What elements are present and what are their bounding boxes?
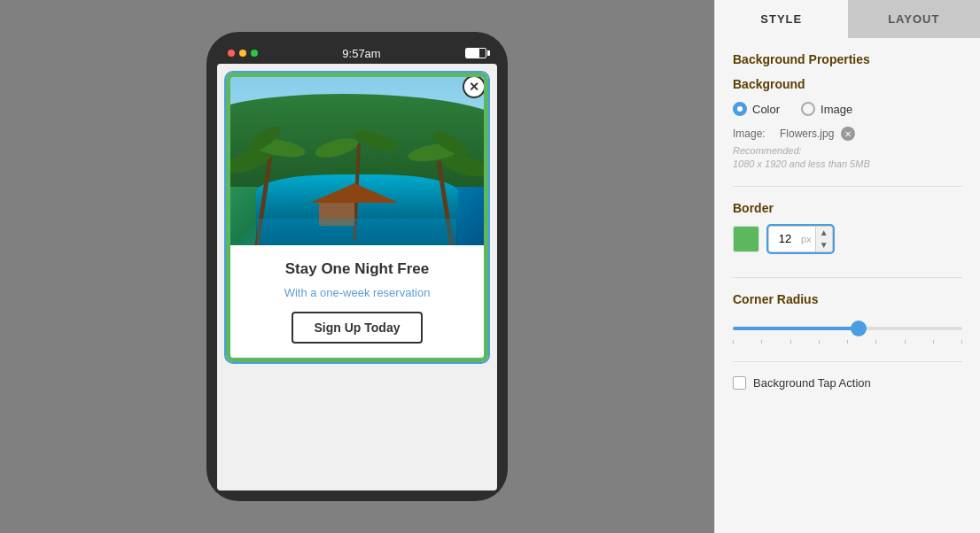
divider-1 xyxy=(733,186,962,187)
background-type-row: Color Image xyxy=(733,102,962,116)
tab-header: STYLE LAYOUT xyxy=(715,0,980,38)
slider-ticks xyxy=(733,340,962,344)
popup-content: Stay One Night Free With a one-week rese… xyxy=(230,245,484,358)
phone-battery-fill xyxy=(466,49,479,58)
background-tap-checkbox[interactable] xyxy=(733,376,746,390)
tick-7 xyxy=(905,340,906,344)
phone-dot-yellow xyxy=(239,50,246,57)
tick-9 xyxy=(961,340,962,344)
popup-cta-button[interactable]: Sign Up Today xyxy=(292,312,424,344)
tick-2 xyxy=(761,340,762,344)
tick-3 xyxy=(790,340,791,344)
phone-time: 9:57am xyxy=(342,47,380,60)
radio-color-label: Color xyxy=(752,103,780,116)
popup-subtitle: With a one-week reservation xyxy=(241,286,473,299)
phone-screen: ✕ xyxy=(217,64,497,491)
corner-radius-slider-container xyxy=(733,317,962,347)
phone-dots xyxy=(228,50,258,57)
palm-trees-svg xyxy=(230,77,484,245)
corner-radius-section-title: Corner Radius xyxy=(733,292,962,306)
phone-mockup: 9:57am ✕ xyxy=(206,32,508,501)
divider-3 xyxy=(733,361,962,362)
image-filename: Flowers.jpg xyxy=(780,127,834,140)
radio-image-option[interactable]: Image xyxy=(801,102,852,116)
tab-layout[interactable]: LAYOUT xyxy=(848,0,981,38)
tick-1 xyxy=(733,340,734,344)
panel-content: Background Properties Background Color I… xyxy=(715,38,980,533)
image-row: Image: Flowers.jpg ✕ xyxy=(733,127,962,141)
slider-fill xyxy=(733,327,859,330)
radio-image-label: Image xyxy=(821,103,852,116)
popup-title: Stay One Night Free xyxy=(241,259,473,279)
image-remove-icon: ✕ xyxy=(844,129,852,139)
divider-2 xyxy=(733,277,962,278)
recommended-text: Recommended:1080 x 1920 and less than 5M… xyxy=(733,144,962,172)
background-tap-row: Background Tap Action xyxy=(733,376,962,390)
radio-color-option[interactable]: Color xyxy=(733,102,780,116)
svg-point-9 xyxy=(314,135,361,161)
border-up-arrow[interactable]: ▲ xyxy=(816,227,832,239)
tick-5 xyxy=(847,340,848,344)
phone-battery xyxy=(465,48,486,58)
svg-marker-12 xyxy=(310,183,399,203)
tick-6 xyxy=(875,340,876,344)
slider-thumb[interactable] xyxy=(851,321,867,336)
background-section-title: Background xyxy=(733,77,962,91)
border-unit-label: px xyxy=(801,230,815,248)
panel-main-title: Background Properties xyxy=(733,52,962,66)
border-row: px ▲ ▼ 🖱️ xyxy=(733,226,962,252)
border-arrows: ▲ ▼ xyxy=(815,227,832,251)
border-section-title: Border xyxy=(733,201,962,215)
phone-dot-red xyxy=(228,50,235,57)
popup-image xyxy=(230,77,484,245)
border-value-input[interactable] xyxy=(769,228,801,249)
tab-style[interactable]: STYLE xyxy=(715,0,848,38)
canvas-area: 9:57am ✕ xyxy=(0,0,714,533)
border-px-input-wrap: px ▲ ▼ 🖱️ xyxy=(768,226,833,252)
svg-rect-13 xyxy=(257,219,456,245)
phone-status-bar: 9:57am xyxy=(217,42,497,64)
tick-4 xyxy=(819,340,820,344)
popup-close-button[interactable]: ✕ xyxy=(463,75,486,98)
slider-track xyxy=(733,327,962,330)
radio-color-circle[interactable] xyxy=(733,102,747,116)
popup-card: ✕ xyxy=(226,73,488,362)
border-down-arrow[interactable]: ▼ xyxy=(816,239,832,251)
image-remove-button[interactable]: ✕ xyxy=(841,127,855,141)
right-panel: STYLE LAYOUT Background Properties Backg… xyxy=(714,0,980,533)
radio-image-circle[interactable] xyxy=(801,102,815,116)
border-color-swatch[interactable] xyxy=(733,226,759,252)
tick-8 xyxy=(933,340,934,344)
background-tap-label: Background Tap Action xyxy=(753,376,871,390)
phone-dot-green xyxy=(251,50,258,57)
image-field-label: Image: xyxy=(733,127,773,140)
